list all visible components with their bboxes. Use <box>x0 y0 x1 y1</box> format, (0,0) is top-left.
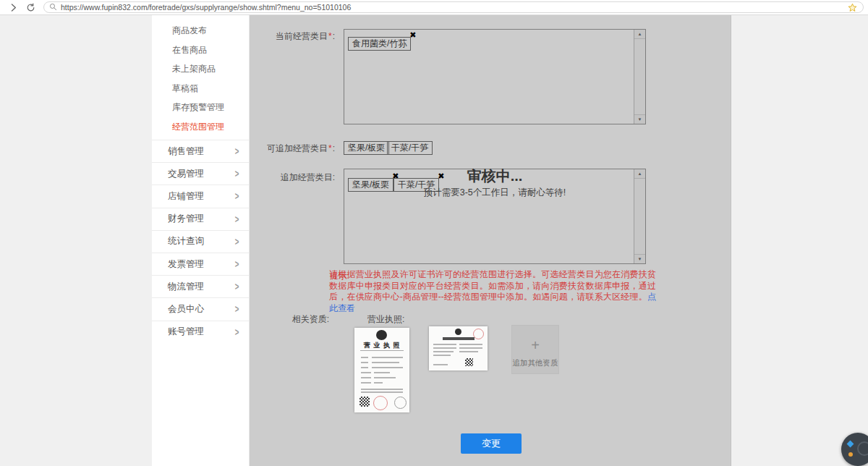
qr-code <box>465 358 473 366</box>
sidebar-menu-shop[interactable]: 店铺管理> <box>152 185 249 207</box>
red-stamp-icon <box>473 329 484 339</box>
license-text-line <box>372 362 399 363</box>
chevron-right-icon: > <box>235 213 239 226</box>
bookmark-star-icon[interactable] <box>846 1 858 13</box>
license-text-line <box>372 357 403 358</box>
add-qualification-box[interactable]: + 追加其他资质 <box>511 325 559 374</box>
license-text-line <box>372 367 403 368</box>
menu-label: 销售管理 <box>168 145 204 158</box>
sidebar-item-product-publish[interactable]: 商品发布 <box>152 21 249 41</box>
license-text-line <box>433 344 456 345</box>
chevron-right-icon: > <box>235 168 239 181</box>
search-icon <box>49 1 57 14</box>
reload-icon[interactable] <box>24 1 37 14</box>
current-category-box[interactable]: 食用菌类/竹荪 ✖ ▲ ▼ <box>344 29 646 124</box>
menu-label: 物流管理 <box>168 281 204 293</box>
chevron-right-icon: > <box>235 303 239 316</box>
sidebar-menu-trade[interactable]: 交易管理> <box>152 162 249 185</box>
menu-label: 账号管理 <box>168 326 204 338</box>
addable-category-tag[interactable]: 坚果/板栗 <box>344 141 389 155</box>
license-text-line <box>361 357 368 358</box>
scrollbar[interactable]: ▲ ▼ <box>634 169 645 263</box>
remove-tag-icon[interactable]: ✖ <box>409 31 416 39</box>
business-license-label: 营业执照: <box>367 313 404 326</box>
widget-blue-icon <box>847 441 854 448</box>
menu-label: 店铺管理 <box>168 190 204 203</box>
addable-category-tag[interactable]: 干菜/干笋 <box>387 141 433 155</box>
category-tag: 坚果/板栗 ✖ <box>348 178 393 192</box>
menu-label: 交易管理 <box>168 168 204 180</box>
sidebar-menu-sales[interactable]: 销售管理> <box>152 140 249 162</box>
add-qualification-label: 追加其他资质 <box>512 358 558 368</box>
sidebar-item-on-sale[interactable]: 在售商品 <box>152 41 249 60</box>
added-category-box[interactable]: 坚果/板栗 ✖ 干菜/干笋 ✖ ▲ ▼ <box>344 169 646 264</box>
menu-label: 统计查询 <box>168 235 204 247</box>
sidebar-menu-member-center[interactable]: 会员中心> <box>152 297 249 320</box>
sidebar-menu-statistics[interactable]: 统计查询> <box>152 230 249 253</box>
scroll-up-icon[interactable]: ▲ <box>634 30 645 39</box>
sidebar-item-drafts[interactable]: 草稿箱 <box>152 79 249 98</box>
added-category-label: 追加经营类目: <box>250 171 335 184</box>
license-text-line <box>459 344 482 345</box>
widget-ring-icon <box>857 441 868 456</box>
addable-category-label: 可追加经营类目*: <box>250 143 335 155</box>
remove-tag-icon[interactable]: ✖ <box>438 172 444 180</box>
license-text-line <box>433 351 454 352</box>
license-text-line <box>361 389 403 390</box>
sidebar-menu-account[interactable]: 账号管理> <box>152 321 249 343</box>
address-bar[interactable]: https://www.fupin832.com/foretrade/gxs/s… <box>43 1 864 13</box>
floating-widget[interactable] <box>841 433 868 466</box>
license-text-line <box>433 364 448 365</box>
url-text: https://www.fupin832.com/foretrade/gxs/s… <box>61 3 846 12</box>
permit-title-bar <box>443 337 475 340</box>
license-text-line <box>374 377 396 378</box>
license-text-line <box>361 372 371 373</box>
required-asterisk: * <box>328 143 332 153</box>
license-title: 营 业 执 照 <box>354 341 409 350</box>
national-emblem-icon <box>376 330 387 340</box>
chevron-right-icon: > <box>235 235 239 248</box>
change-button[interactable]: 变更 <box>461 433 522 454</box>
sidebar-item-business-scope[interactable]: 经营范围管理 <box>152 117 249 137</box>
sidebar-menus: 销售管理> 交易管理> 店铺管理> 财务管理> 统计查询> 发票管理> 物流管理… <box>152 140 249 343</box>
sidebar-item-stock-warning[interactable]: 库存预警管理 <box>152 98 249 117</box>
forward-icon[interactable] <box>7 1 20 14</box>
supply-range-form: 当前经营类目*: 食用菌类/竹荪 ✖ ▲ ▼ 可追加经营类目*: 坚果/板栗 干… <box>250 15 731 466</box>
qualifications-label: 相关资质: <box>250 313 329 326</box>
hint-text: 请根据营业执照及许可证书许可的经营范围进行选择。可选经营类目为您在消费扶贫数据库… <box>329 269 656 314</box>
scroll-up-icon[interactable]: ▲ <box>634 169 645 179</box>
license-text-line <box>361 391 403 393</box>
sidebar-submenu: 商品发布 在售商品 未上架商品 草稿箱 库存预警管理 经营范围管理 <box>152 15 249 140</box>
license-text-line <box>433 347 456 349</box>
chevron-right-icon: > <box>235 190 239 203</box>
chevron-right-icon: > <box>235 280 239 293</box>
divider <box>360 350 404 351</box>
category-tag: 干菜/干笋 ✖ <box>393 178 439 192</box>
national-emblem-icon <box>455 329 461 335</box>
license-text-line <box>361 362 368 363</box>
license-text-line <box>361 382 371 384</box>
widget-orange-icon <box>848 452 853 457</box>
sidebar-item-not-listed[interactable]: 未上架商品 <box>152 59 249 79</box>
chevron-right-icon: > <box>235 258 239 271</box>
chevron-right-icon: > <box>235 145 239 158</box>
menu-label: 财务管理 <box>168 213 204 225</box>
license-text-line <box>361 377 371 378</box>
browser-toolbar: https://www.fupin832.com/foretrade/gxs/s… <box>0 0 868 15</box>
required-asterisk: * <box>328 31 332 41</box>
sidebar-menu-finance[interactable]: 财务管理> <box>152 208 249 230</box>
sidebar: 商品发布 在售商品 未上架商品 草稿箱 库存预警管理 经营范围管理 销售管理> … <box>152 15 250 466</box>
sidebar-menu-invoice[interactable]: 发票管理> <box>152 253 249 275</box>
sidebar-menu-logistics[interactable]: 物流管理> <box>152 275 249 297</box>
permit-license-image[interactable] <box>429 326 488 370</box>
red-stamp-icon <box>373 396 388 410</box>
menu-label: 发票管理 <box>168 258 204 271</box>
business-license-image[interactable]: 营 业 执 照 <box>354 328 409 412</box>
plus-icon: + <box>512 338 558 352</box>
scrollbar[interactable]: ▲ ▼ <box>634 30 645 124</box>
license-text-line <box>459 351 478 352</box>
scroll-down-icon[interactable]: ▼ <box>634 254 645 263</box>
scroll-down-icon[interactable]: ▼ <box>634 114 645 124</box>
current-category-label: 当前经营类目*: <box>250 30 335 43</box>
chevron-right-icon: > <box>235 326 239 339</box>
